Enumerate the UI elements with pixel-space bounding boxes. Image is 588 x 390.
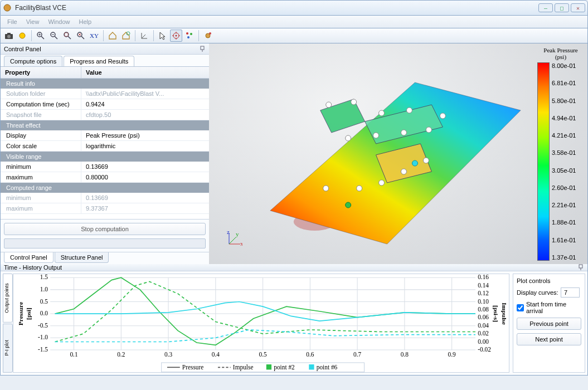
colorbar-ticks: 8.00e-01 6.81e-01 5.80e-01 4.94e-01 4.21… [550,62,584,261]
svg-point-25 [186,32,188,35]
sidetab-pi-plot[interactable]: P-I plot [3,324,13,373]
panel-bottom-tabs: Control Panel Structure Panel [1,252,209,264]
svg-text:0.9: 0.9 [448,352,456,358]
svg-text:1.5: 1.5 [40,274,48,280]
menu-file[interactable]: File [3,17,22,27]
row-color-scale[interactable]: Color scalelogarithmic [1,141,209,152]
tab-structure-panel[interactable]: Structure Panel [55,252,109,263]
svg-point-45 [379,180,385,186]
col-value: Value [81,67,106,78]
svg-point-4 [20,33,25,38]
start-time-arrival-checkbox[interactable] [517,304,524,311]
stop-computation-button[interactable]: Stop computation [4,223,206,235]
svg-rect-30 [201,46,204,50]
start-time-arrival-label: Start from time arrival [526,301,581,314]
svg-text:0.5: 0.5 [259,352,267,358]
tab-compute-options[interactable]: Compute options [4,56,62,66]
tab-progress-results[interactable]: Progress and Results [64,56,134,66]
svg-text:0.0: 0.0 [40,310,48,317]
home-icon[interactable] [106,30,119,42]
camera-icon[interactable] [3,30,15,42]
svg-point-47 [423,158,429,163]
svg-point-35 [351,99,357,105]
next-point-button[interactable]: Next point [517,333,581,345]
zoom-fit-icon[interactable] [61,30,74,42]
toolbar: XY [0,28,588,43]
svg-line-10 [55,36,57,39]
svg-text:Impulse: Impulse [500,303,508,325]
control-panel-title: Control Panel [4,46,41,52]
svg-text:0.1: 0.1 [70,352,77,358]
svg-text:0.2: 0.2 [117,352,125,358]
svg-point-39 [346,135,351,141]
svg-point-20 [176,35,177,37]
svg-point-44 [357,186,362,191]
settings-icon[interactable] [202,30,214,42]
maximize-button[interactable]: □ [555,3,569,12]
svg-rect-112 [309,364,314,369]
plot-controls-title: Plot controls [517,277,581,284]
row-visible-min[interactable]: minimum0.13669 [1,162,209,172]
display-curves-input[interactable] [561,287,580,298]
zoom-in-icon[interactable] [35,30,47,42]
menu-window[interactable]: Window [43,17,74,27]
home-reset-icon[interactable] [120,30,132,42]
svg-text:Pressure: Pressure [17,302,24,325]
svg-point-29 [209,32,211,35]
plot-controls: Plot controls Display curves: Start from… [513,274,585,373]
row-display[interactable]: DisplayPeak Pressure (psi) [1,130,209,141]
svg-text:-1.0: -1.0 [38,334,48,341]
probe-icon[interactable] [170,30,182,42]
svg-point-0 [4,4,11,11]
svg-text:Pressure: Pressure [182,364,203,371]
colorbar-gradient [537,62,550,261]
svg-text:0.4: 0.4 [212,352,220,358]
time-history-title: Time - History Output [4,264,62,271]
svg-text:[psi]: [psi] [25,308,32,320]
previous-point-button[interactable]: Previous point [517,318,581,330]
svg-text:1.0: 1.0 [40,286,48,292]
points-icon[interactable] [183,30,196,42]
property-table: PropertyValue Result info Solution folde… [1,67,209,220]
pin-icon[interactable] [577,264,584,271]
model-surface [209,43,587,264]
svg-point-49 [412,160,417,166]
svg-point-48 [346,202,351,208]
row-computed-max: maximum9.37367 [1,203,209,214]
sidetab-output-points[interactable]: Output points [3,274,13,323]
time-history-chart[interactable]: 0.10.20.30.40.50.60.70.80.9-1.5-1.0-0.50… [13,274,509,373]
svg-text:[psi-s]: [psi-s] [492,305,499,322]
svg-point-38 [440,113,445,119]
axis-triad-icon: x z y [226,231,242,247]
svg-line-13 [68,36,71,39]
svg-rect-56 [579,265,582,268]
menu-view[interactable]: View [22,17,44,27]
sun-icon[interactable] [16,30,28,42]
xy-view-icon[interactable]: XY [88,30,100,42]
svg-rect-110 [266,364,271,369]
close-button[interactable]: ✕ [571,3,585,12]
minimize-button[interactable]: — [538,3,553,12]
svg-line-54 [229,237,236,244]
cursor-icon[interactable] [157,30,169,42]
svg-point-46 [401,169,406,174]
time-history-panel: Time - History Output Output points P-I … [0,264,588,376]
zoom-window-icon[interactable] [75,30,87,42]
colorbar-title: Peak Pressure (psi) [537,47,584,60]
svg-point-34 [326,102,332,108]
pin-icon[interactable] [199,46,206,52]
svg-point-43 [323,186,329,191]
col-property: Property [1,67,81,78]
zoom-out-icon[interactable] [48,30,60,42]
colorbar: Peak Pressure (psi) 8.00e-01 6.81e-01 5.… [537,47,584,261]
svg-point-27 [187,36,189,38]
row-snapshot-file: Snapshot filecfdtop.50 [1,110,209,120]
svg-line-6 [41,36,44,39]
viewport-3d[interactable]: x z y Peak Pressure (psi) 8.00e-01 6.81e… [209,43,587,264]
axis-icon[interactable] [138,30,150,42]
svg-text:0.08: 0.08 [478,306,489,313]
menu-help[interactable]: Help [75,17,96,27]
menubar: File View Window Help [0,16,588,28]
tab-control-panel[interactable]: Control Panel [4,252,54,263]
row-visible-max[interactable]: maximum0.80000 [1,172,209,183]
